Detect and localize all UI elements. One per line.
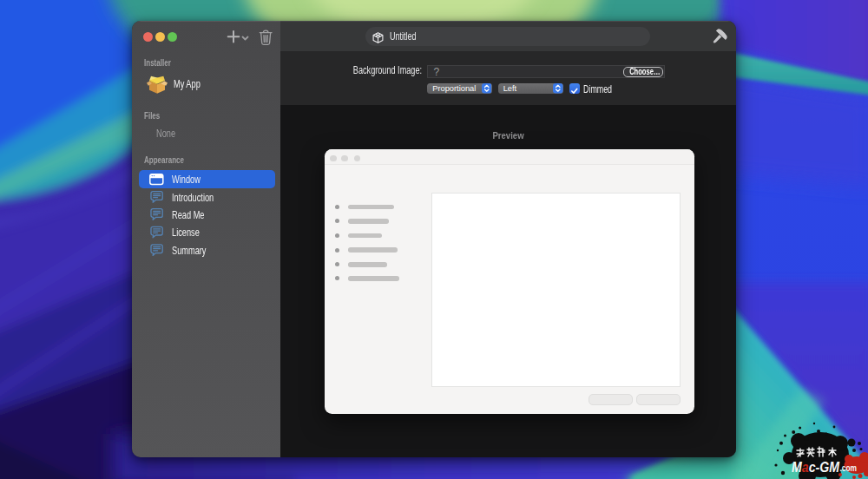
svg-text:Mac-GM: Mac-GM: [792, 459, 840, 475]
svg-text:.com: .com: [840, 463, 858, 473]
